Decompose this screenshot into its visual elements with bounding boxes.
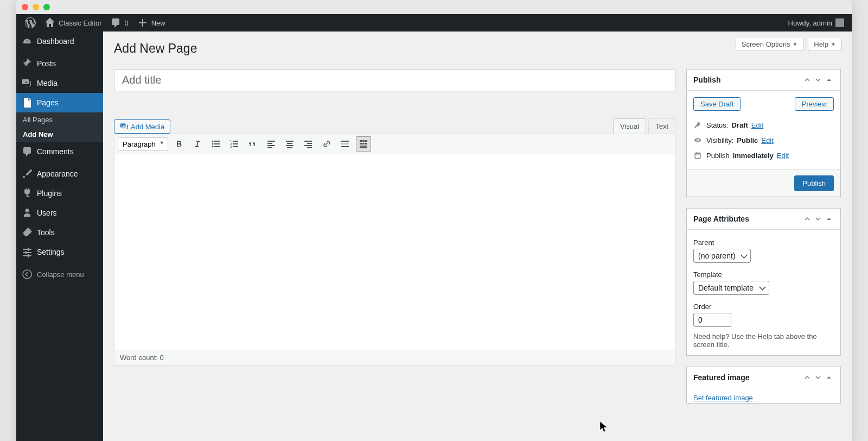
parent-label: Parent: [693, 238, 834, 247]
sidebar-item-dashboard[interactable]: Dashboard: [16, 32, 103, 51]
sidebar-label: Tools: [37, 228, 55, 237]
avatar: [835, 18, 844, 27]
sidebar-item-media[interactable]: Media: [16, 73, 103, 93]
align-center-button[interactable]: [282, 136, 297, 152]
pin-icon: [22, 58, 33, 69]
template-label: Template: [693, 270, 834, 279]
sidebar-label: Media: [37, 79, 58, 87]
move-down-icon[interactable]: [813, 373, 823, 382]
preview-button[interactable]: Preview: [795, 97, 834, 111]
wp-logo[interactable]: [21, 14, 40, 32]
status-value: Draft: [731, 121, 748, 129]
maximize-window-icon[interactable]: [43, 4, 50, 10]
sidebar-label: Posts: [37, 59, 56, 68]
numbered-list-button[interactable]: 123: [227, 136, 242, 152]
parent-select[interactable]: (no parent): [693, 249, 751, 263]
wordpress-icon: [25, 17, 36, 28]
site-name-link[interactable]: Classic Editor: [40, 14, 106, 32]
read-more-button[interactable]: [337, 136, 353, 152]
move-up-icon[interactable]: [802, 75, 812, 85]
sidebar-item-pages[interactable]: Pages: [16, 93, 103, 112]
svg-rect-30: [365, 140, 367, 142]
sidebar-item-settings[interactable]: Settings: [16, 242, 103, 262]
close-window-icon[interactable]: [22, 4, 28, 10]
svg-rect-19: [286, 145, 293, 146]
comment-bubble-icon: [110, 17, 121, 28]
svg-rect-29: [362, 140, 365, 142]
content-editor[interactable]: [114, 154, 675, 350]
user-account-link[interactable]: Howdy, admin: [788, 18, 847, 27]
blockquote-button[interactable]: [245, 136, 260, 152]
save-draft-button[interactable]: Save Draft: [693, 97, 741, 111]
publish-metabox: Publish Save Draft Preview: [686, 69, 841, 197]
sidebar-label: Comments: [37, 147, 74, 156]
svg-point-5: [212, 146, 213, 148]
sidebar-item-comments[interactable]: Comments: [16, 142, 103, 161]
collapse-menu-button[interactable]: Collapse menu: [16, 264, 103, 284]
publish-box-title: Publish: [693, 75, 721, 84]
align-right-button[interactable]: [301, 136, 316, 152]
submenu-add-new[interactable]: Add New: [16, 127, 103, 142]
comments-icon: [22, 146, 33, 157]
new-label: New: [151, 19, 165, 27]
move-down-icon[interactable]: [813, 75, 823, 85]
sidebar-item-appearance[interactable]: Appearance: [16, 164, 103, 184]
sidebar-item-users[interactable]: Users: [16, 203, 103, 223]
svg-rect-18: [287, 143, 292, 144]
post-title-input[interactable]: [114, 69, 675, 91]
sidebar-submenu-pages: All Pages Add New: [16, 112, 103, 142]
editor-toolbar: Paragraph 123: [114, 134, 675, 154]
key-icon: [693, 121, 703, 129]
edit-status-link[interactable]: Edit: [751, 121, 763, 129]
wrench-icon: [22, 227, 33, 238]
toggle-icon[interactable]: [824, 75, 834, 85]
sidebar-item-posts[interactable]: Posts: [16, 54, 103, 73]
link-button[interactable]: [319, 136, 334, 152]
svg-rect-4: [214, 143, 220, 144]
page-icon: [22, 97, 33, 108]
toggle-icon[interactable]: [824, 373, 834, 382]
bold-button[interactable]: [171, 136, 187, 152]
collapse-label: Collapse menu: [37, 270, 84, 279]
bullet-list-button[interactable]: [208, 136, 224, 152]
template-select[interactable]: Default template: [693, 281, 769, 295]
new-content-link[interactable]: New: [133, 14, 170, 32]
sidebar-item-plugins[interactable]: Plugins: [16, 184, 103, 203]
dashboard-icon: [22, 36, 33, 47]
status-label: Status:: [706, 121, 728, 129]
svg-rect-33: [365, 143, 367, 144]
sidebar-label: Plugins: [37, 189, 62, 198]
edit-publish-date-link[interactable]: Edit: [777, 152, 789, 160]
edit-visibility-link[interactable]: Edit: [761, 136, 773, 144]
align-left-button[interactable]: [264, 136, 279, 152]
editor-tab-visual[interactable]: Visual: [613, 118, 646, 134]
order-input[interactable]: [693, 313, 731, 327]
plus-icon: [137, 17, 148, 28]
move-up-icon[interactable]: [802, 214, 812, 224]
screen-options-button[interactable]: Screen Options ▼: [736, 38, 804, 51]
publish-button[interactable]: Publish: [794, 175, 834, 191]
format-select[interactable]: Paragraph: [118, 137, 168, 151]
set-featured-image-link[interactable]: Set featured image: [693, 394, 753, 402]
toolbar-toggle-button[interactable]: [356, 136, 371, 152]
plug-icon: [22, 188, 33, 199]
minimize-window-icon[interactable]: [33, 4, 39, 10]
italic-button[interactable]: [190, 136, 205, 152]
toggle-icon[interactable]: [824, 214, 834, 224]
admin-sidebar: Dashboard Posts Media Pages All Pages Ad…: [16, 32, 103, 441]
svg-rect-28: [360, 140, 362, 142]
submenu-all-pages[interactable]: All Pages: [16, 112, 103, 127]
svg-rect-20: [287, 147, 292, 148]
help-button[interactable]: Help ▼: [808, 38, 842, 51]
page-attributes-metabox: Page Attributes Parent (no parent) Templ…: [686, 208, 841, 356]
sidebar-item-tools[interactable]: Tools: [16, 223, 103, 242]
comments-link[interactable]: 0: [106, 14, 132, 32]
editor-tab-text[interactable]: Text: [648, 118, 675, 134]
svg-rect-23: [304, 145, 312, 146]
move-down-icon[interactable]: [813, 214, 823, 224]
svg-text:3: 3: [230, 145, 232, 148]
svg-rect-34: [360, 146, 367, 147]
move-up-icon[interactable]: [802, 373, 812, 382]
media-icon: [22, 78, 33, 89]
add-media-button[interactable]: Add Media: [114, 119, 170, 134]
